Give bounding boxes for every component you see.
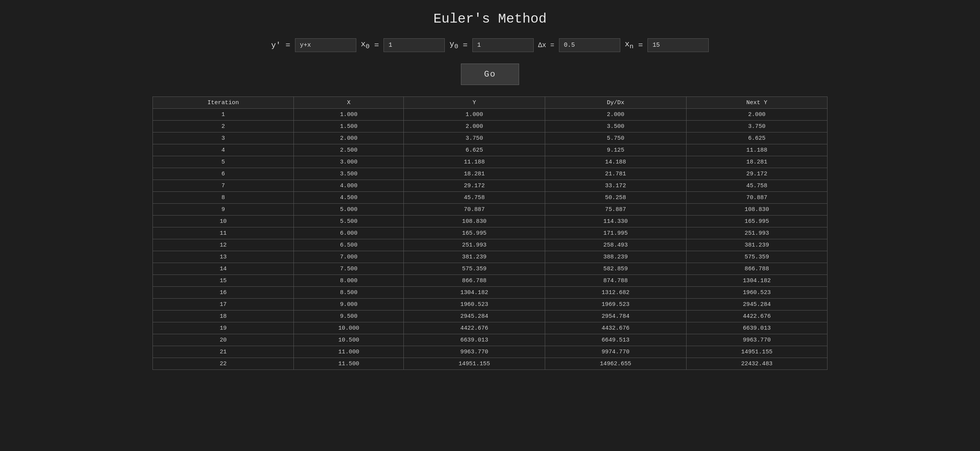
table-cell-21-2: 14951.155 [404,358,545,370]
table-row: 168.5001304.1821312.6821960.523 [152,287,828,299]
table-cell-2-0: 3 [152,132,294,144]
table-row: 63.50018.28121.78129.172 [152,168,828,180]
table-cell-7-4: 70.887 [686,192,828,204]
table-cell-12-4: 575.359 [686,251,828,263]
table-row: 32.0003.7505.7506.625 [152,132,828,144]
table-cell-1-3: 3.500 [545,121,686,132]
xn-equals: = [638,41,643,50]
table-cell-11-2: 251.993 [404,239,545,251]
table-cell-17-1: 9.500 [294,310,404,322]
xn-label: xn [625,40,634,50]
table-row: 11.0001.0002.0002.000 [152,109,828,121]
table-cell-12-2: 381.239 [404,251,545,263]
table-cell-5-3: 21.781 [545,168,686,180]
table-cell-4-2: 11.188 [404,156,545,168]
table-cell-19-1: 10.500 [294,334,404,346]
table-cell-4-4: 18.281 [686,156,828,168]
table-cell-10-4: 251.993 [686,227,828,239]
y-prime-input[interactable] [295,38,356,52]
table-row: 84.50045.75850.25870.887 [152,192,828,204]
xn-input[interactable] [647,38,709,52]
table-cell-6-3: 33.172 [545,180,686,192]
table-cell-16-0: 17 [152,299,294,310]
table-cell-13-0: 14 [152,263,294,275]
table-cell-0-2: 1.000 [404,109,545,121]
y-prime-label: y' = [271,41,290,50]
table-row: 2211.50014951.15514962.65522432.483 [152,358,828,370]
table-header-row: Iteration X Y Dy/Dx Next Y [152,97,828,109]
table-row: 2111.0009963.7709974.77014951.155 [152,346,828,358]
go-button[interactable]: Go [461,64,519,85]
x0-input[interactable] [383,38,445,52]
table-cell-14-0: 15 [152,275,294,287]
x0-equals: = [374,41,379,50]
table-cell-7-1: 4.500 [294,192,404,204]
table-cell-18-0: 19 [152,322,294,334]
table-cell-20-4: 14951.155 [686,346,828,358]
table-cell-13-4: 866.788 [686,263,828,275]
table-cell-18-2: 4422.676 [404,322,545,334]
table-cell-9-4: 165.995 [686,216,828,227]
table-cell-20-0: 21 [152,346,294,358]
input-row: y' = x0 = y0 = Δx = xn = [8,38,972,52]
table-cell-4-1: 3.000 [294,156,404,168]
table-cell-12-1: 7.000 [294,251,404,263]
table-row: 2010.5006639.0136649.5139963.770 [152,334,828,346]
table-cell-8-3: 75.887 [545,204,686,216]
delta-x-label: Δx = [538,41,554,49]
col-header-dydx: Dy/Dx [545,97,686,109]
table-cell-12-3: 388.239 [545,251,686,263]
table-cell-14-2: 866.788 [404,275,545,287]
table-cell-2-3: 5.750 [545,132,686,144]
table-cell-5-1: 3.500 [294,168,404,180]
table-cell-9-1: 5.500 [294,216,404,227]
table-cell-6-0: 7 [152,180,294,192]
y0-subscript: 0 [454,43,458,51]
table-cell-6-4: 45.758 [686,180,828,192]
table-cell-2-4: 6.625 [686,132,828,144]
table-cell-18-1: 10.000 [294,322,404,334]
table-cell-16-4: 2945.284 [686,299,828,310]
table-cell-8-0: 9 [152,204,294,216]
x0-subscript: 0 [365,43,369,51]
results-table: Iteration X Y Dy/Dx Next Y 11.0001.0002.… [152,96,828,370]
table-cell-13-3: 582.859 [545,263,686,275]
table-cell-8-4: 108.830 [686,204,828,216]
table-cell-15-4: 1960.523 [686,287,828,299]
table-row: 189.5002945.2842954.7844422.676 [152,310,828,322]
table-cell-15-0: 16 [152,287,294,299]
table-cell-0-1: 1.000 [294,109,404,121]
table-cell-21-4: 22432.483 [686,358,828,370]
col-header-y: Y [404,97,545,109]
table-cell-20-3: 9974.770 [545,346,686,358]
table-cell-7-0: 8 [152,192,294,204]
table-cell-16-2: 1960.523 [404,299,545,310]
table-row: 53.00011.18814.18818.281 [152,156,828,168]
table-cell-0-3: 2.000 [545,109,686,121]
table-cell-10-3: 171.995 [545,227,686,239]
table-cell-14-1: 8.000 [294,275,404,287]
table-cell-6-1: 4.000 [294,180,404,192]
y0-label: y0 [449,40,458,50]
table-container: Iteration X Y Dy/Dx Next Y 11.0001.0002.… [8,96,972,370]
table-cell-19-0: 20 [152,334,294,346]
page-title: Euler's Method [8,11,972,27]
table-cell-21-3: 14962.655 [545,358,686,370]
table-cell-16-1: 9.000 [294,299,404,310]
table-cell-4-0: 5 [152,156,294,168]
table-cell-0-0: 1 [152,109,294,121]
table-cell-20-1: 11.000 [294,346,404,358]
table-cell-5-2: 18.281 [404,168,545,180]
table-row: 179.0001960.5231969.5232945.284 [152,299,828,310]
table-cell-9-3: 114.330 [545,216,686,227]
y0-input[interactable] [472,38,534,52]
table-cell-14-3: 874.788 [545,275,686,287]
col-header-x: X [294,97,404,109]
table-cell-8-1: 5.000 [294,204,404,216]
table-row: 74.00029.17233.17245.758 [152,180,828,192]
delta-x-input[interactable] [559,38,620,52]
table-cell-1-0: 2 [152,121,294,132]
table-cell-15-1: 8.500 [294,287,404,299]
table-cell-10-1: 6.000 [294,227,404,239]
table-cell-17-2: 2945.284 [404,310,545,322]
